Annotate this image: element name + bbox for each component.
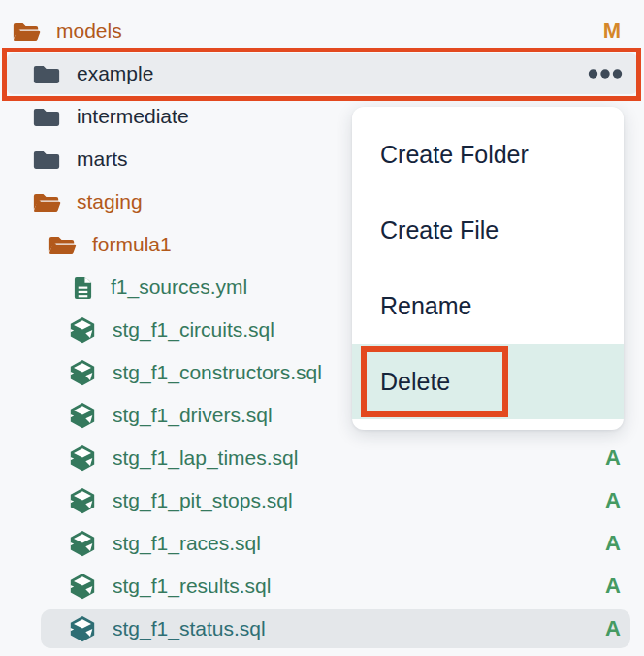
model-cube-icon (68, 315, 97, 344)
added-badge: A (605, 445, 621, 471)
menu-item-create-folder[interactable]: Create Folder (352, 116, 624, 192)
folder-closed-icon (32, 105, 61, 129)
tree-item-models[interactable]: models M (0, 10, 644, 52)
tree-item-label: marts (77, 148, 128, 171)
tree-item-label: stg_f1_status.sql (113, 617, 266, 640)
model-cube-icon (68, 358, 97, 387)
folder-open-icon (48, 233, 77, 257)
added-badge: A (605, 574, 621, 599)
folder-open-icon (32, 190, 61, 214)
yml-file-icon (68, 275, 95, 301)
file-explorer-panel: models M example intermediate marts stag… (0, 0, 644, 656)
tree-item-stg-f1-results[interactable]: stg_f1_results.sql A (0, 565, 644, 607)
model-cube-icon (68, 614, 97, 643)
tree-item-stg-f1-status[interactable]: stg_f1_status.sql A (0, 607, 644, 650)
model-cube-icon (68, 443, 97, 473)
menu-item-delete[interactable]: Delete (352, 344, 624, 419)
tree-item-label: stg_f1_results.sql (113, 574, 271, 598)
added-badge: A (605, 488, 621, 513)
tree-item-label: stg_f1_pit_stops.sql (113, 489, 293, 512)
menu-item-rename[interactable]: Rename (352, 268, 624, 344)
tree-item-label: models (56, 19, 122, 43)
tree-item-label: example (77, 62, 153, 85)
model-cube-icon (68, 529, 97, 558)
folder-open-icon (12, 19, 41, 44)
added-badge: A (605, 616, 621, 641)
tree-item-stg-f1-races[interactable]: stg_f1_races.sql A (0, 522, 644, 565)
modified-badge: M (603, 18, 621, 44)
tree-item-label: stg_f1_lap_times.sql (113, 446, 298, 470)
tree-item-label: stg_f1_drivers.sql (113, 404, 273, 427)
tree-item-label: f1_sources.yml (111, 276, 247, 299)
model-cube-icon (68, 572, 97, 601)
folder-closed-icon (32, 148, 61, 172)
menu-item-create-file[interactable]: Create File (352, 192, 624, 268)
added-badge: A (605, 531, 621, 556)
model-cube-icon (68, 401, 97, 430)
tree-item-label: staging (77, 190, 143, 213)
tree-item-example[interactable]: example (0, 52, 644, 95)
tree-item-label: formula1 (92, 233, 172, 256)
tree-item-stg-f1-pit-stops[interactable]: stg_f1_pit_stops.sql A (0, 479, 644, 522)
tree-item-label: intermediate (77, 105, 189, 128)
tree-item-label: stg_f1_races.sql (113, 532, 261, 555)
folder-closed-icon (32, 62, 61, 86)
ellipsis-menu-icon[interactable] (588, 69, 623, 79)
tree-item-label: stg_f1_constructors.sql (113, 361, 322, 384)
tree-item-stg-f1-lap-times[interactable]: stg_f1_lap_times.sql A (0, 437, 644, 479)
model-cube-icon (68, 486, 97, 515)
context-menu: Create Folder Create File Rename Delete (352, 107, 624, 430)
tree-item-label: stg_f1_circuits.sql (113, 318, 274, 342)
